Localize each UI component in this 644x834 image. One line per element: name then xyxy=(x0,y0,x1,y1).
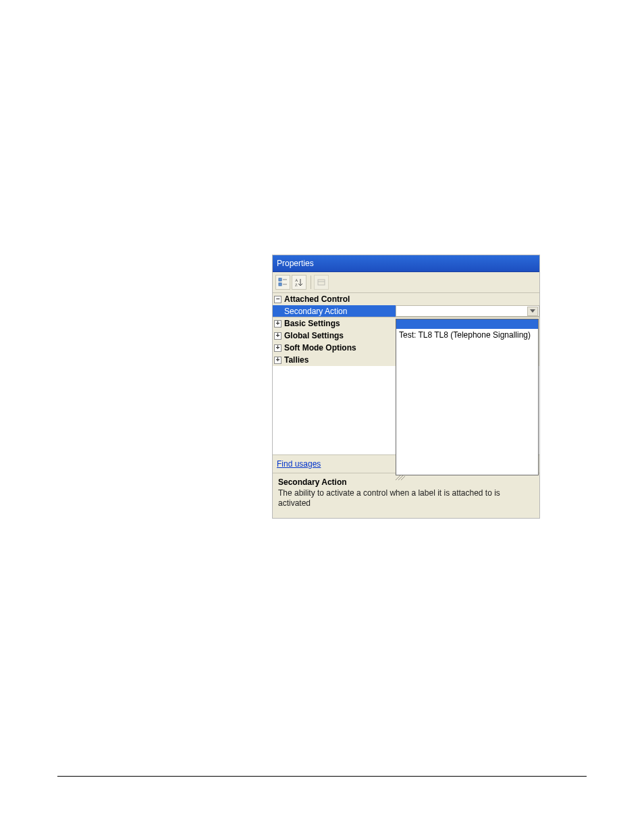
toolbar-separator xyxy=(311,276,311,289)
property-grid: − Attached Control Secondary Action xyxy=(273,293,539,455)
svg-marker-9 xyxy=(530,309,535,313)
alphabetical-button[interactable]: A Z xyxy=(292,275,306,290)
find-usages-link[interactable]: Find usages xyxy=(277,459,321,469)
panel-title: Properties xyxy=(277,259,314,268)
expand-icon[interactable]: + xyxy=(274,320,281,328)
property-value-cell[interactable] xyxy=(396,305,539,317)
category-label: Basic Settings xyxy=(284,319,340,328)
property-row-secondary-action[interactable]: Secondary Action xyxy=(273,305,539,317)
panel-titlebar: Properties xyxy=(273,255,539,272)
category-row-attached-control[interactable]: − Attached Control xyxy=(273,293,539,305)
dropdown-list[interactable]: Test: TL8 TL8 (Telephone Signalling) xyxy=(396,319,539,475)
svg-text:A: A xyxy=(295,278,298,282)
page-footer-rule xyxy=(57,776,587,777)
category-label: Tallies xyxy=(284,355,308,365)
expand-icon[interactable]: + xyxy=(274,357,281,364)
svg-rect-7 xyxy=(318,280,325,285)
secondary-action-dropdown[interactable] xyxy=(396,306,539,316)
description-pane: Secondary Action The ability to activate… xyxy=(273,473,539,518)
categorized-button[interactable] xyxy=(275,275,290,290)
category-label: Global Settings xyxy=(284,331,344,340)
category-label: Soft Mode Options xyxy=(284,343,356,353)
svg-rect-0 xyxy=(279,278,281,281)
expand-icon[interactable]: + xyxy=(274,344,281,352)
description-title: Secondary Action xyxy=(278,477,534,487)
properties-panel: Properties A Z xyxy=(272,255,540,519)
category-label: Attached Control xyxy=(284,294,350,304)
description-text: The ability to activate a control when a… xyxy=(278,488,534,509)
svg-rect-1 xyxy=(279,283,281,286)
property-label: Secondary Action xyxy=(284,307,347,316)
chevron-down-icon[interactable] xyxy=(527,307,538,316)
svg-text:Z: Z xyxy=(295,283,298,287)
collapse-icon[interactable]: − xyxy=(274,296,281,303)
dropdown-option-tl8[interactable]: Test: TL8 TL8 (Telephone Signalling) xyxy=(396,329,538,341)
expand-icon[interactable]: + xyxy=(274,332,281,340)
dropdown-option-empty[interactable] xyxy=(396,319,538,329)
property-pages-button[interactable] xyxy=(314,275,329,290)
toolbar: A Z xyxy=(273,272,539,293)
